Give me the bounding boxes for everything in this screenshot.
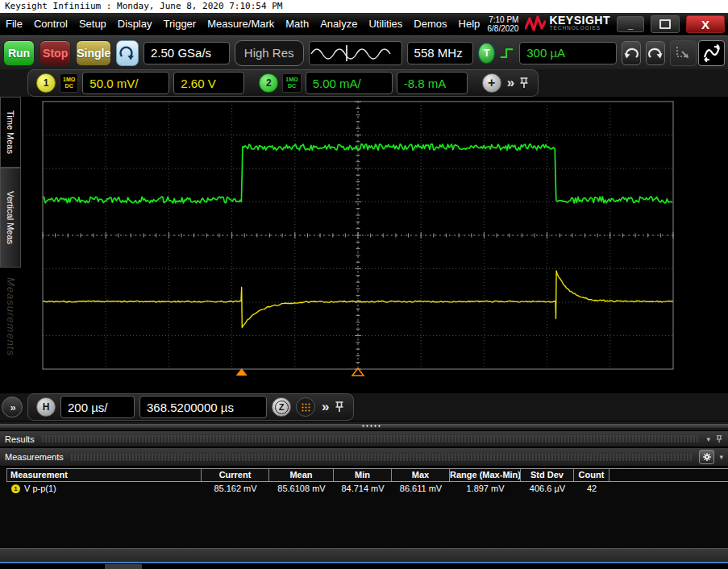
measurements-texture: [70, 454, 693, 461]
horizontal-badge[interactable]: H: [36, 397, 56, 417]
waveform-preview[interactable]: [309, 41, 402, 65]
col-max[interactable]: Max: [392, 469, 450, 481]
col-mean[interactable]: Mean: [269, 469, 334, 481]
col-min[interactable]: Min: [334, 469, 392, 481]
waveform-region: Time Meas Vertical Meas Measurements: [0, 97, 728, 393]
menu-help[interactable]: Help: [453, 13, 486, 35]
menu-setup[interactable]: Setup: [73, 13, 112, 35]
menu-demos[interactable]: Demos: [408, 13, 452, 35]
splitter-grip[interactable]: [361, 425, 382, 427]
channel-1-scale: 50.0 mV/: [89, 77, 138, 90]
sidebar-tab-time-meas[interactable]: Time Meas: [0, 97, 21, 168]
menu-control[interactable]: Control: [28, 13, 73, 35]
col-current[interactable]: Current: [202, 469, 269, 481]
results-header-icons: ▾: [706, 434, 723, 444]
results-header[interactable]: Results ▾: [0, 430, 728, 447]
col-range[interactable]: Range (Max-Min): [450, 469, 521, 481]
run-button[interactable]: Run: [3, 40, 35, 66]
channel-1-coupling[interactable]: 1MΩ DC: [60, 73, 78, 93]
clock-time: 7:10 PM: [487, 15, 518, 24]
minimize-button[interactable]: _: [617, 16, 644, 32]
acquisition-mode-button[interactable]: High Res: [235, 40, 304, 66]
col-count[interactable]: Count: [574, 469, 609, 481]
zoom-letter: Z: [275, 401, 289, 414]
channel-1-badge[interactable]: 1: [36, 73, 56, 93]
taskbar-tab[interactable]: [105, 564, 142, 569]
horizontal-controls: H 200 µs/ 368.5200000 µs Z »: [27, 393, 354, 421]
pin-icon[interactable]: [518, 77, 530, 89]
col-std-dev[interactable]: Std Dev: [521, 469, 574, 481]
channel-2-coupling[interactable]: 1MΩ DC: [282, 73, 301, 93]
channel-1-offset: 2.60 V: [181, 77, 215, 90]
zoom-button[interactable]: Z: [272, 397, 291, 417]
sample-rate-display[interactable]: 2.50 GSa/s: [144, 42, 230, 64]
measurements-settings-button[interactable]: [699, 450, 714, 464]
results-dropdown-icon[interactable]: ▾: [706, 435, 710, 443]
channel-more-button[interactable]: »: [505, 75, 514, 91]
measurements-panel: Measurements ▾ Measurement Current Mean …: [0, 447, 728, 548]
trigger-slope-rising-icon[interactable]: [500, 44, 514, 62]
menu-measure-mark[interactable]: Measure/Mark: [202, 13, 280, 35]
menu-display[interactable]: Display: [112, 13, 158, 35]
bottom-bar: [0, 548, 728, 569]
measurements-header[interactable]: Measurements ▾: [0, 447, 728, 467]
measurement-std-dev: 406.6 µV: [521, 482, 574, 496]
expand-panel-button[interactable]: »: [2, 397, 23, 417]
measurement-name: V p-p(1): [24, 482, 56, 496]
dot-grid-icon: [301, 402, 311, 413]
panel-splitter[interactable]: [0, 421, 728, 430]
box-zoom-button[interactable]: [670, 40, 697, 66]
oscilloscope-screen: Keysight Infiniium : Monday, June 8, 202…: [0, 0, 728, 569]
pin-icon[interactable]: [715, 434, 723, 444]
sidebar-watermark: Measurements: [5, 277, 17, 356]
channel-settings-bar: 1 1MΩ DC 50.0 mV/ 2.60 V 2 1MΩ DC 5.00 m…: [0, 69, 728, 97]
scope-plot[interactable]: [23, 97, 728, 393]
add-channel-button[interactable]: +: [482, 73, 501, 93]
brand-text: KEYSIGHT TECHNOLOGIES: [549, 16, 610, 32]
horizontal-more-button[interactable]: »: [320, 399, 329, 415]
menu-analyze[interactable]: Analyze: [314, 13, 363, 35]
menu-trigger[interactable]: Trigger: [157, 13, 202, 35]
menu-bar: File Control Setup Display Trigger Measu…: [0, 13, 728, 35]
channel-1-impedance: 1MΩ: [63, 77, 75, 83]
trigger-badge[interactable]: T: [478, 43, 495, 64]
menu-math[interactable]: Math: [280, 13, 314, 35]
measurement-row[interactable]: 1 V p-p(1) 85.162 mV 85.6108 mV 84.714 m…: [6, 482, 728, 496]
measurement-max: 86.611 mV: [392, 482, 450, 496]
box-zoom-icon: [675, 44, 693, 62]
measurement-mean: 85.6108 mV: [269, 482, 334, 496]
touch-drag-mode-button[interactable]: [698, 40, 725, 66]
channel-1-scale-display[interactable]: 50.0 mV/: [82, 72, 169, 94]
measurements-header-icons: ▾: [699, 450, 723, 464]
channel-1-offset-display[interactable]: 2.60 V: [173, 72, 244, 94]
channel-2-offset-display[interactable]: -8.8 mA: [397, 72, 468, 94]
redo-button[interactable]: [646, 41, 665, 65]
pin-icon[interactable]: [334, 401, 345, 413]
menu-right-cluster: 7:10 PM 6/8/2020 KEYSIGHT TECHNOLOGIES _…: [487, 15, 728, 33]
menu-file[interactable]: File: [0, 13, 28, 35]
measurement-source-badge: 1: [11, 484, 20, 493]
left-sidebar: Time Meas Vertical Meas Measurements: [0, 97, 23, 393]
sidebar-tab-vertical-meas[interactable]: Vertical Meas: [0, 168, 21, 268]
single-button[interactable]: Single: [76, 40, 111, 66]
acquisition-toolbar: Run Stop Single 2.50 GSa/s High Res 558 …: [0, 35, 728, 69]
splitter-bar: [0, 424, 728, 428]
channel-2-scale-display[interactable]: 5.00 mA/: [306, 72, 393, 94]
bandwidth-display[interactable]: 558 MHz: [407, 42, 474, 64]
measurement-min: 84.714 mV: [334, 482, 392, 496]
timebase-scale-display[interactable]: 200 µs/: [60, 396, 135, 418]
stop-button[interactable]: Stop: [40, 40, 71, 66]
close-button[interactable]: X: [686, 15, 725, 33]
grid-options-button[interactable]: [296, 397, 315, 417]
undo-button[interactable]: [622, 41, 641, 65]
measurements-dropdown-icon[interactable]: ▾: [719, 453, 723, 461]
clear-display-button[interactable]: [116, 40, 139, 66]
trigger-level-display[interactable]: 300 µA: [519, 42, 617, 64]
menu-utilities[interactable]: Utilities: [363, 13, 408, 35]
measurement-count: 42: [574, 482, 609, 496]
col-measurement[interactable]: Measurement: [6, 469, 202, 481]
restore-button[interactable]: [651, 15, 680, 33]
measurements-title: Measurements: [5, 452, 64, 462]
timebase-position-display[interactable]: 368.5200000 µs: [139, 396, 267, 418]
channel-2-badge[interactable]: 2: [259, 73, 278, 93]
